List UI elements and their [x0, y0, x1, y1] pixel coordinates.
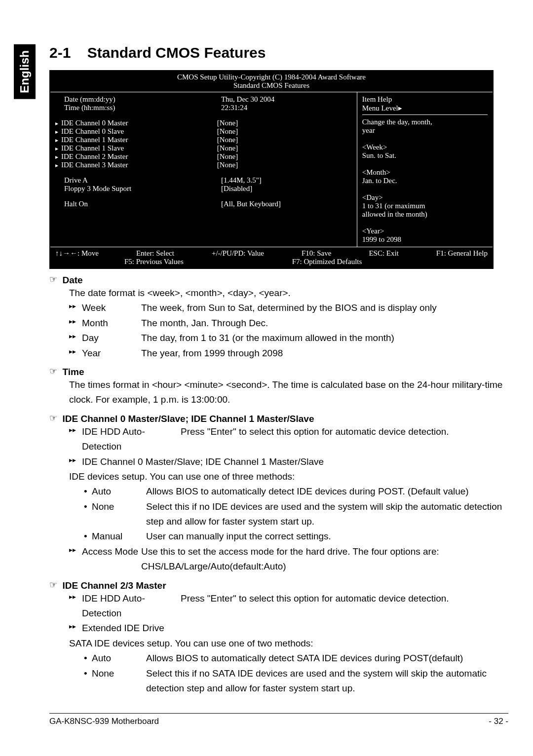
bios-key: ↑↓→←: Move: [55, 249, 99, 258]
help-line: <Week>: [362, 143, 488, 151]
bullet-icon: •: [84, 666, 92, 696]
sub-desc: The week, from Sun to Sat, determined by…: [141, 301, 508, 315]
page-footer: GA-K8NSC-939 Motherboard - 32 -: [49, 713, 508, 726]
date-section: ☞ Date The date format is <week>, <month…: [49, 275, 508, 361]
bios-header-line1: CMOS Setup Utility-Copyright (C) 1984-20…: [50, 73, 493, 81]
help-menu-level: Menu Level▸: [362, 104, 488, 115]
bios-value: 22:31:24: [221, 104, 352, 112]
arrow-icon: ▸▸: [69, 621, 82, 636]
help-line: 1 to 31 (or maximum: [362, 202, 488, 210]
sub-desc: The year, from 1999 through 2098: [141, 346, 508, 361]
hand-icon: ☞: [49, 275, 60, 284]
arrow-icon: ▸▸: [69, 544, 82, 574]
footer-left: GA-K8NSC-939 Motherboard: [49, 717, 390, 726]
bullet-desc: Allows BIOS to automatically detect IDE …: [146, 484, 508, 499]
section-title: 2-1 Standard CMOS Features: [49, 44, 508, 61]
ide01-intro: IDE devices setup. You can use one of th…: [69, 469, 508, 484]
bullet-icon: •: [84, 484, 92, 499]
ide01-heading: IDE Channel 0 Master/Slave; IDE Channel …: [62, 414, 314, 424]
bios-label: Drive A: [55, 176, 221, 185]
bios-key: F5: Previous Values: [124, 258, 184, 266]
sub-label: Day: [82, 331, 141, 345]
bios-value: [None]: [217, 136, 352, 144]
bullet-icon: •: [84, 499, 92, 529]
arrow-icon: ▸▸: [69, 454, 82, 469]
help-line: [362, 219, 488, 227]
arrow-icon: ▸▸: [69, 331, 82, 345]
bios-main-panel: Date (mm:dd:yy)Thu, Dec 30 2004 Time (hh…: [50, 92, 357, 247]
sub-desc: Press "Enter" to select this option for …: [181, 591, 508, 621]
ide23-heading: IDE Channel 2/3 Master: [62, 580, 166, 591]
ide23-section: ☞ IDE Channel 2/3 Master ▸▸IDE HDD Auto-…: [49, 580, 508, 696]
bullet-desc: Allows BIOS to automatically detect SATA…: [146, 651, 508, 666]
bios-value: [None]: [217, 161, 352, 169]
bios-key: Enter: Select: [136, 249, 174, 258]
bios-label: IDE Channel 0 Slave: [55, 127, 217, 136]
help-line: [362, 135, 488, 143]
section-title-text: Standard CMOS Features: [87, 44, 266, 61]
bios-key: ESC: Exit: [369, 249, 398, 258]
bullet-label: Manual: [92, 529, 146, 544]
help-line: <Year>: [362, 227, 488, 235]
bios-label: IDE Channel 1 Slave: [55, 144, 217, 152]
section-number: 2-1: [49, 44, 71, 61]
language-tab: English: [14, 44, 36, 99]
help-line: [362, 160, 488, 168]
ide23-intro: SATA IDE devices setup. You can use one …: [69, 636, 508, 651]
bios-value: [None]: [217, 152, 352, 161]
help-line: [362, 185, 488, 193]
bios-key: F7: Optimized Defaults: [292, 258, 362, 266]
bios-label: IDE Channel 0 Master: [55, 119, 217, 127]
help-line: Jan. to Dec.: [362, 177, 488, 185]
sub-desc: Extended IDE Drive: [82, 621, 508, 636]
bullet-desc: Select this if no SATA IDE devices are u…: [146, 666, 508, 696]
bullet-icon: •: [84, 651, 92, 666]
bios-screenshot: CMOS Setup Utility-Copyright (C) 1984-20…: [49, 70, 494, 269]
bios-value: [Disabled]: [221, 185, 352, 193]
sub-label: IDE HDD Auto-Detection: [82, 591, 181, 621]
bullet-desc: User can manually input the correct sett…: [146, 529, 508, 544]
sub-desc: IDE Channel 0 Master/Slave; IDE Channel …: [82, 454, 508, 469]
bios-key: +/-/PU/PD: Value: [212, 249, 264, 258]
bios-label: Floppy 3 Mode Suport: [55, 185, 221, 193]
bios-value: [None]: [217, 127, 352, 136]
arrow-icon: ▸▸: [69, 346, 82, 361]
sub-desc: The day, from 1 to 31 (or the maximum al…: [141, 331, 508, 345]
bullet-desc: Select this if no IDE devices are used a…: [146, 499, 508, 529]
bios-help-panel: Item Help Menu Level▸ Change the day, mo…: [357, 92, 493, 247]
bios-header: CMOS Setup Utility-Copyright (C) 1984-20…: [50, 71, 493, 92]
help-line: <Month>: [362, 168, 488, 177]
bios-value: Thu, Dec 30 2004: [221, 95, 352, 104]
help-line: allowed in the month): [362, 210, 488, 219]
bios-key: F1: General Help: [436, 249, 488, 258]
ide01-section: ☞ IDE Channel 0 Master/Slave; IDE Channe…: [49, 414, 508, 574]
sub-label: Year: [82, 346, 141, 361]
sub-desc: Press "Enter" to select this option for …: [181, 424, 508, 454]
bios-label: IDE Channel 2 Master: [55, 152, 217, 161]
bios-label: IDE Channel 3 Master: [55, 161, 217, 169]
date-heading: Date: [62, 275, 82, 285]
hand-icon: ☞: [49, 367, 60, 376]
bios-value: [None]: [217, 119, 352, 127]
help-line: <Day>: [362, 193, 488, 202]
arrow-icon: ▸▸: [69, 424, 82, 454]
help-title: Item Help: [362, 95, 488, 104]
arrow-icon: ▸▸: [69, 591, 82, 621]
sub-label: Month: [82, 316, 141, 331]
page-content: 2-1 Standard CMOS Features CMOS Setup Ut…: [49, 44, 508, 696]
sub-desc: Use this to set the access mode for the …: [141, 544, 508, 574]
bullet-label: Auto: [92, 484, 146, 499]
sub-label: Week: [82, 301, 141, 315]
help-line: 1999 to 2098: [362, 235, 488, 244]
bullet-icon: •: [84, 529, 92, 544]
arrow-icon: ▸▸: [69, 301, 82, 315]
bullet-label: None: [92, 666, 146, 696]
sub-label: IDE HDD Auto-Detection: [82, 424, 181, 454]
date-intro: The date format is <week>, <month>, <day…: [69, 286, 508, 301]
help-line: Change the day, month,: [362, 118, 488, 126]
hand-icon: ☞: [49, 580, 60, 589]
time-heading: Time: [62, 367, 84, 377]
help-line: Sun. to Sat.: [362, 151, 488, 160]
bios-key: F10: Save: [302, 249, 331, 258]
bios-label: Date (mm:dd:yy): [55, 95, 221, 104]
